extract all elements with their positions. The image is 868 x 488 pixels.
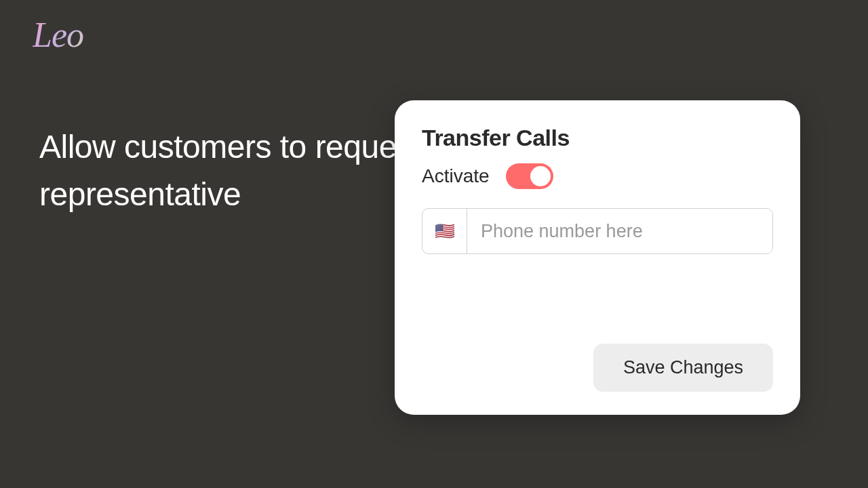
save-changes-button[interactable]: Save Changes: [593, 344, 773, 392]
activate-toggle[interactable]: [506, 163, 553, 189]
toggle-knob-icon: [530, 166, 551, 186]
card-footer: Save Changes: [422, 344, 773, 392]
transfer-calls-card: Transfer Calls Activate 🇺🇸 Save Changes: [395, 100, 800, 415]
brand-logo: Leo: [33, 15, 83, 55]
us-flag-icon: 🇺🇸: [435, 222, 455, 241]
country-flag-selector[interactable]: 🇺🇸: [422, 209, 467, 253]
phone-input-group: 🇺🇸: [422, 208, 773, 254]
activate-row: Activate: [422, 163, 773, 189]
phone-number-input[interactable]: [467, 209, 772, 253]
activate-label: Activate: [422, 165, 490, 187]
card-title: Transfer Calls: [422, 125, 773, 151]
